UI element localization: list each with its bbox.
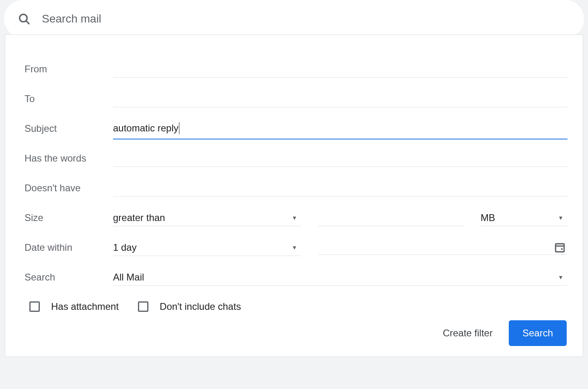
to-input[interactable]	[113, 91, 567, 107]
to-label: To	[25, 93, 113, 104]
checkbox-icon	[138, 301, 148, 312]
to-row: To	[25, 84, 567, 114]
has-attachment-label: Has attachment	[51, 301, 119, 312]
size-unit-value: MB	[481, 212, 495, 223]
calendar-icon	[554, 242, 566, 254]
size-operator-select[interactable]: greater than ▼	[113, 210, 301, 226]
date-range-value: 1 day	[113, 242, 137, 253]
search-in-label: Search	[25, 272, 113, 283]
date-within-label: Date within	[25, 242, 113, 253]
search-in-row: Search All Mail ▼	[25, 262, 567, 292]
doesnt-have-row: Doesn't have	[25, 173, 567, 203]
subject-row: Subject automatic reply	[25, 114, 567, 143]
size-value-input[interactable]	[318, 210, 464, 226]
search-icon	[18, 12, 31, 25]
has-words-label: Has the words	[25, 153, 113, 164]
advanced-search-panel: From To Subject automatic reply Has the …	[5, 35, 583, 357]
exclude-chats-label: Don't include chats	[160, 301, 241, 312]
has-attachment-checkbox[interactable]: Has attachment	[29, 301, 119, 312]
checkbox-row: Has attachment Don't include chats	[25, 301, 567, 312]
subject-value: automatic reply	[113, 120, 179, 136]
action-buttons: Create filter Search	[440, 320, 567, 346]
from-row: From	[25, 54, 567, 84]
text-caret	[179, 122, 179, 134]
subject-label: Subject	[25, 123, 113, 134]
subject-input[interactable]: automatic reply	[113, 118, 567, 139]
doesnt-have-label: Doesn't have	[25, 182, 113, 194]
size-label: Size	[25, 212, 113, 223]
dropdown-arrow-icon: ▼	[555, 274, 566, 280]
dropdown-arrow-icon: ▼	[289, 244, 300, 251]
svg-rect-0	[555, 244, 564, 252]
checkbox-icon	[29, 301, 40, 312]
has-words-row: Has the words	[25, 143, 567, 173]
size-unit-select[interactable]: MB ▼	[481, 210, 567, 226]
from-label: From	[25, 63, 113, 75]
search-button[interactable]: Search	[509, 320, 567, 346]
search-in-value: All Mail	[113, 272, 144, 283]
dropdown-arrow-icon: ▼	[289, 215, 300, 221]
search-bar	[4, 0, 584, 38]
from-input[interactable]	[113, 61, 567, 78]
search-in-select[interactable]: All Mail ▼	[113, 269, 567, 286]
has-words-input[interactable]	[113, 150, 567, 167]
search-input[interactable]	[42, 12, 584, 25]
date-range-select[interactable]: 1 day ▼	[113, 240, 301, 256]
date-within-row: Date within 1 day ▼	[25, 233, 567, 262]
exclude-chats-checkbox[interactable]: Don't include chats	[138, 301, 241, 312]
date-picker-field[interactable]	[318, 241, 567, 255]
size-operator-value: greater than	[113, 212, 165, 223]
size-row: Size greater than ▼ MB ▼	[25, 203, 567, 233]
create-filter-button[interactable]: Create filter	[440, 323, 496, 344]
doesnt-have-input[interactable]	[113, 180, 567, 197]
dropdown-arrow-icon: ▼	[555, 215, 566, 221]
svg-point-2	[561, 248, 563, 250]
